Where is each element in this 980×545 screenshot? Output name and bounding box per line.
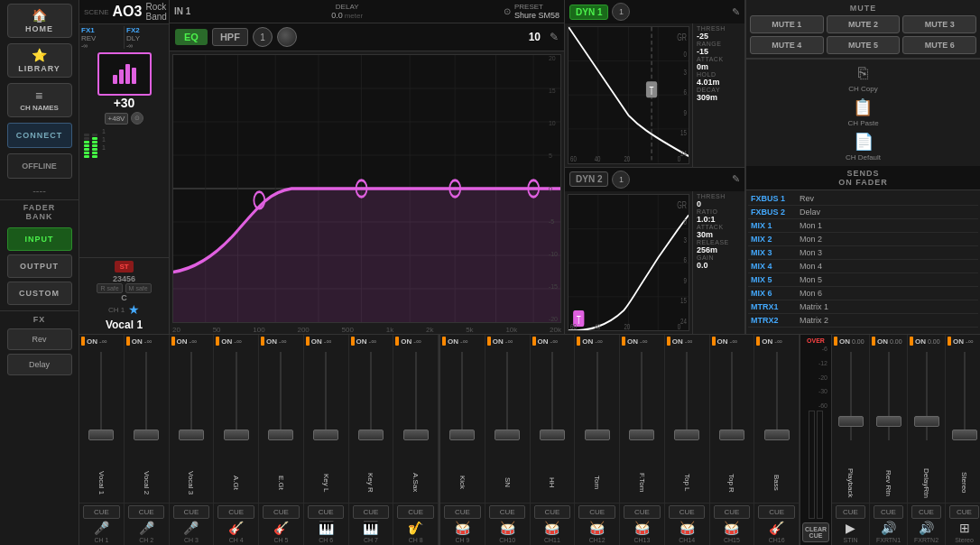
- sidebar-item-connect[interactable]: CONNECT: [7, 123, 72, 148]
- ch9-cue-btn[interactable]: CUE: [444, 505, 480, 519]
- ch5-fader[interactable]: [259, 347, 303, 463]
- ch3-fader[interactable]: [170, 347, 214, 463]
- sidebar-item-home[interactable]: 🏠 HOME: [7, 4, 72, 38]
- mute-btn-5[interactable]: MUTE 5: [827, 36, 901, 54]
- ch16-fader[interactable]: [754, 347, 799, 463]
- fx-rev-btn[interactable]: Rev: [7, 328, 72, 350]
- ch7-cue-btn[interactable]: CUE: [353, 505, 389, 519]
- dyn1-area: DYN 1 1 ✎: [565, 0, 744, 168]
- bank-input-btn[interactable]: INPUT: [7, 227, 72, 251]
- ch6-fader[interactable]: [304, 347, 348, 463]
- fader-ch-11: ON-∞ HH CUE🥁CH11: [531, 335, 576, 545]
- ch13-fader[interactable]: [620, 347, 664, 463]
- over-label: OVER: [807, 337, 825, 344]
- stereo-btn[interactable]: ST: [115, 261, 133, 272]
- ch8-cue-btn[interactable]: CUE: [397, 505, 433, 519]
- ch15-cue-btn[interactable]: CUE: [714, 505, 750, 519]
- stereo-cue-btn[interactable]: CUE: [949, 505, 979, 519]
- send-row-mix1[interactable]: MIX 1 Mon 1: [748, 219, 978, 233]
- eq-knob[interactable]: [277, 27, 297, 47]
- ch9-fader[interactable]: [440, 347, 485, 463]
- fx2-slot[interactable]: FX2 DLY -∞: [126, 26, 167, 49]
- mute-btn-4[interactable]: MUTE 4: [750, 36, 824, 54]
- ch2-name: Vocal 2: [143, 463, 151, 503]
- hpf-btn[interactable]: HPF: [212, 28, 248, 46]
- stereo-fader[interactable]: [946, 347, 980, 463]
- fx-delay-btn[interactable]: Delay: [7, 354, 72, 375]
- svg-text:9: 9: [684, 108, 687, 118]
- dyn1-edit-icon[interactable]: ✎: [732, 6, 740, 18]
- bank-output-btn[interactable]: OUTPUT: [7, 254, 72, 278]
- ch10-cue-btn[interactable]: CUE: [489, 505, 525, 519]
- mute-btn-1[interactable]: MUTE 1: [750, 15, 824, 33]
- send-row-fxbus2[interactable]: FXBUS 2 Delav: [748, 206, 978, 219]
- ch4-fader[interactable]: [214, 347, 258, 463]
- ch5-cue-btn[interactable]: CUE: [263, 505, 299, 519]
- fxrtn1-fader[interactable]: [870, 347, 907, 463]
- stin-name: Playback: [846, 463, 855, 503]
- stin-cue-btn[interactable]: CUE: [836, 505, 865, 519]
- ch-paste-btn[interactable]: 📋 CH Paste: [847, 97, 878, 127]
- eq-band-btn[interactable]: 1: [253, 27, 273, 47]
- ch11-fader[interactable]: [531, 347, 575, 463]
- eq-section: IN 1 DELAY 0.0 meter ⊙ PRESET Shure SM58: [170, 0, 565, 334]
- ch-pan-label: C: [121, 293, 127, 302]
- mute-btn-6[interactable]: MUTE 6: [902, 36, 976, 54]
- send-row-mtrx1[interactable]: MTRX1 Matrix 1: [748, 300, 978, 314]
- dyn2-circle-btn[interactable]: 1: [612, 171, 630, 189]
- fxrtn1-cue-btn[interactable]: CUE: [874, 505, 903, 519]
- phantom-power-btn[interactable]: +48V: [105, 113, 129, 125]
- ch4-cue-btn[interactable]: CUE: [217, 505, 254, 519]
- dyn2-edit-icon[interactable]: ✎: [732, 173, 740, 185]
- ch8-fader[interactable]: [393, 347, 438, 463]
- ch7-fader[interactable]: [349, 347, 393, 463]
- send-row-mix2[interactable]: MIX 2 Mon 2: [748, 233, 978, 246]
- eq-toggle-btn[interactable]: EQ: [175, 29, 208, 45]
- send-row-mtrx2[interactable]: MTRX2 Matrix 2: [748, 314, 978, 328]
- ch16-cue-btn[interactable]: CUE: [758, 505, 794, 519]
- ch2-cue-btn[interactable]: CUE: [128, 505, 164, 519]
- ch-default-btn[interactable]: 📄 CH Default: [846, 132, 881, 162]
- ch-star-icon[interactable]: ★: [128, 302, 140, 317]
- stin-fader[interactable]: [832, 347, 869, 463]
- ch14-cue-btn[interactable]: CUE: [669, 505, 705, 519]
- ch-copy-btn[interactable]: ⎘ CH Copy: [848, 64, 877, 93]
- ch1-cue-btn[interactable]: CUE: [83, 505, 119, 519]
- fx-slots-row: FX1 REV -∞ FX2 DLY -∞: [79, 24, 169, 51]
- fx1-slot[interactable]: FX1 REV -∞: [81, 26, 122, 49]
- fader-ch-12: ON-∞ Tom CUE🥁CH12: [575, 335, 620, 545]
- mute-btn-2[interactable]: MUTE 2: [827, 15, 901, 33]
- ch1-fader-track[interactable]: [79, 347, 124, 463]
- ch2-fader[interactable]: [125, 347, 169, 463]
- fxrtn2-cue-btn[interactable]: CUE: [911, 505, 941, 519]
- gain-display[interactable]: [97, 52, 152, 96]
- top-area: SCENE AO3 Rock Band 🔒 FX1 REV -∞ FX2 DLY…: [79, 0, 980, 334]
- ch15-fader[interactable]: [710, 347, 754, 463]
- sidebar-item-ch-names[interactable]: ≡ CH NAMES: [7, 83, 72, 117]
- ch11-cue-btn[interactable]: CUE: [534, 505, 570, 519]
- send-row-mix5[interactable]: MIX 5 Mon 5: [748, 273, 978, 287]
- ch-name: Vocal 1: [106, 319, 143, 331]
- send-row-mix3[interactable]: MIX 3 Mon 3: [748, 246, 978, 260]
- eq-edit-icon[interactable]: ✎: [550, 31, 559, 43]
- ch12-cue-btn[interactable]: CUE: [578, 505, 615, 519]
- send-row-fxbus1[interactable]: FXBUS 1 Rev: [748, 192, 978, 206]
- ch10-fader[interactable]: [485, 347, 530, 463]
- ch13-cue-btn[interactable]: CUE: [624, 505, 660, 519]
- ch14-fader[interactable]: [665, 347, 709, 463]
- mute-btn-3[interactable]: MUTE 3: [902, 15, 976, 33]
- clear-cue-btn[interactable]: CLEAR CUE: [802, 522, 829, 542]
- send-row-mix4[interactable]: MIX 4 Mon 4: [748, 260, 978, 273]
- fxrtn2-fader[interactable]: [908, 347, 945, 463]
- fader-ch-1: ON -∞ Vocal 1 CUE 🎤 CH 1: [79, 335, 125, 545]
- ch6-cue-btn[interactable]: CUE: [308, 505, 344, 519]
- fader-ch-5: ON-∞ E.Gt CUE🎸CH 5: [259, 335, 304, 545]
- fader-ch-13: ON-∞ F.Tom CUE🥁CH13: [620, 335, 665, 545]
- ch12-fader[interactable]: [575, 347, 619, 463]
- dyn1-circle-btn[interactable]: 1: [612, 3, 630, 21]
- ch3-cue-btn[interactable]: CUE: [173, 505, 209, 519]
- bank-custom-btn[interactable]: CUSTOM: [7, 282, 72, 305]
- mute-grid: MUTE 1 MUTE 2 MUTE 3 MUTE 4 MUTE 5 MUTE …: [750, 15, 976, 54]
- sidebar-item-library[interactable]: ⭐ LIBRARY: [7, 43, 72, 78]
- send-row-mix6[interactable]: MIX 6 Mon 6: [748, 287, 978, 300]
